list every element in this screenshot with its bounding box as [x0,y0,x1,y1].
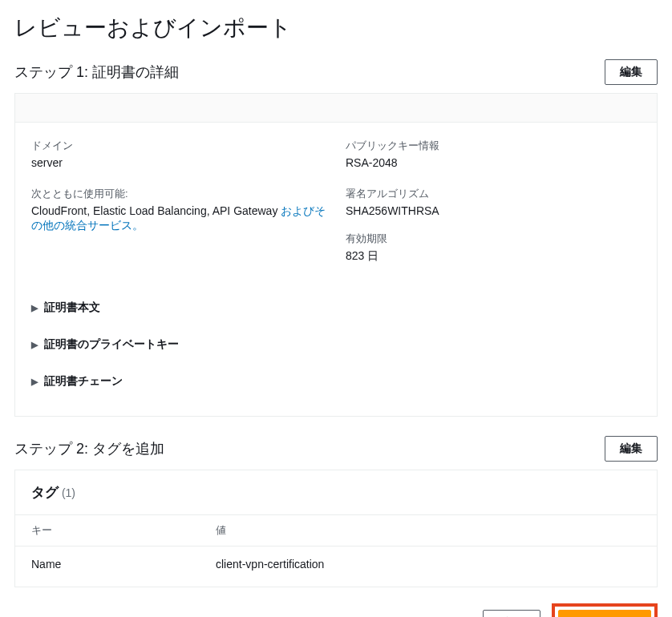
tags-panel: タグ (1) キー 値 Name client-vpn-certificatio… [14,470,658,587]
table-row: Name client-vpn-certification [15,546,657,587]
footer-actions: キャンセル 戻る インポート [14,587,658,617]
detail-domain: ドメイン server [31,139,326,169]
detail-usablewith-text: CloudFront, Elastic Load Balancing, API … [31,204,281,217]
tags-col-value: 値 [216,523,641,538]
back-button[interactable]: 戻る [483,610,540,617]
caret-right-icon: ▶ [31,340,38,350]
tags-count: (1) [62,486,75,499]
detail-signature-label: 署名アルゴリズム [346,187,641,201]
expander-cert-body[interactable]: ▶ 証明書本文 [31,289,641,326]
step2-header: ステップ 2: タグを追加 編集 [14,436,658,462]
tags-title: タグ [31,485,59,500]
tags-columns: キー 値 [15,515,657,546]
expander-private-key-label: 証明書のプライベートキー [44,337,179,352]
detail-publickey-label: パブリックキー情報 [346,139,641,153]
detail-signature-value: SHA256WITHRSA [346,204,641,217]
detail-expiration: 有効期限 823 日 [346,232,641,264]
step1-panel: ドメイン server パブリックキー情報 RSA-2048 次とともに使用可能… [14,93,658,417]
import-highlight: インポート [552,603,658,617]
detail-usablewith-value: CloudFront, Elastic Load Balancing, API … [31,204,326,233]
caret-right-icon: ▶ [31,377,38,387]
step2-edit-button[interactable]: 編集 [605,436,658,462]
caret-right-icon: ▶ [31,303,38,313]
tag-key: Name [31,558,216,571]
page-title: レビューおよびインポート [14,13,658,43]
detail-domain-value: server [31,156,326,169]
expander-cert-chain[interactable]: ▶ 証明書チェーン [31,363,641,400]
tag-value: client-vpn-certification [216,558,641,571]
step1-expanders: ▶ 証明書本文 ▶ 証明書のプライベートキー ▶ 証明書チェーン [15,286,657,416]
expander-cert-body-label: 証明書本文 [44,300,100,315]
detail-domain-label: ドメイン [31,139,326,153]
expander-private-key[interactable]: ▶ 証明書のプライベートキー [31,326,641,363]
tags-col-key: キー [31,523,216,538]
detail-signature: 署名アルゴリズム SHA256WITHRSA [346,187,641,217]
step1-header: ステップ 1: 証明書の詳細 編集 [14,59,658,85]
tags-panel-header: タグ (1) [15,470,657,515]
detail-expiration-value: 823 日 [346,249,641,264]
step1-title: ステップ 1: 証明書の詳細 [14,63,179,82]
step1-edit-button[interactable]: 編集 [605,59,658,85]
detail-expiration-label: 有効期限 [346,232,641,246]
expander-cert-chain-label: 証明書チェーン [44,374,123,389]
step1-panel-topbar [15,94,657,123]
step1-panel-body: ドメイン server パブリックキー情報 RSA-2048 次とともに使用可能… [15,123,657,286]
import-button[interactable]: インポート [558,610,651,617]
cancel-button[interactable]: キャンセル [399,611,472,617]
detail-publickey: パブリックキー情報 RSA-2048 [346,139,641,169]
step2-title: ステップ 2: タグを追加 [14,439,164,458]
detail-usablewith-label: 次とともに使用可能: [31,187,326,201]
detail-usablewith: 次とともに使用可能: CloudFront, Elastic Load Bala… [31,187,326,264]
detail-publickey-value: RSA-2048 [346,156,641,169]
